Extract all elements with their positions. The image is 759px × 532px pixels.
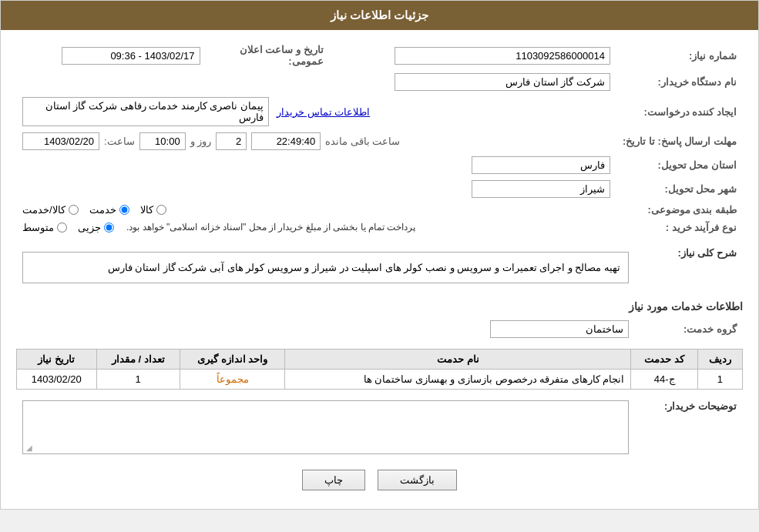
org-name-input: شرکت گاز استان فارس — [395, 73, 610, 91]
service-group-value: ساختمان — [16, 317, 635, 341]
deadline-remaining-input: 22:49:40 — [251, 132, 321, 150]
process-row: متوسط جزیی پرداخت تمام یا بخشی از مبلغ خ… — [16, 219, 616, 236]
col-row-num: ردیف — [697, 350, 742, 370]
cell-service-code: ج-44 — [631, 370, 698, 390]
cell-service-name: انجام کارهای متفرقه درخصوص بازسازی و بهس… — [285, 370, 631, 390]
creator-label: ایجاد کننده درخواست: — [616, 94, 743, 129]
back-button[interactable]: بازگشت — [378, 470, 457, 490]
deadline-days-input: 2 — [216, 132, 247, 150]
page-header: جزئیات اطلاعات نیاز — [1, 1, 758, 30]
col-service-name: نام حدمت — [285, 350, 631, 370]
org-name-label: نام دستگاه خریدار: — [616, 70, 743, 94]
announce-input: 1403/02/17 - 09:36 — [62, 47, 200, 65]
category-radio-khadamat[interactable]: خدمت — [89, 204, 129, 216]
table-row: 1 ج-44 انجام کارهای متفرقه درخصوص بازساز… — [17, 370, 743, 390]
cell-row-num: 1 — [697, 370, 742, 390]
category-radio-kala-khadamat[interactable]: کالا/خدمت — [22, 204, 79, 216]
process-radio-motavasset[interactable]: متوسط — [22, 222, 67, 233]
cell-quantity: 1 — [96, 370, 180, 390]
services-section-title: اطلاعات خدمات مورد نیاز — [16, 300, 743, 313]
cell-date: 1403/02/20 — [17, 370, 97, 390]
category-radio-kala[interactable]: کالا — [140, 204, 166, 216]
service-group-table: گروه خدمت: ساختمان — [16, 317, 743, 341]
creator-contact-link[interactable]: اطلاعات تماس خریدار — [277, 106, 370, 118]
description-label: شرح کلی نیاز: — [635, 244, 743, 291]
announce-value: 1403/02/17 - 09:36 — [16, 41, 207, 70]
col-quantity: تعداد / مقدار — [96, 350, 180, 370]
buyer-notes-label: توضیحات خریدار: — [635, 397, 743, 457]
process-label: نوع فرآیند خرید : — [616, 219, 743, 236]
announce-label: تاریخ و ساعت اعلان عمومی: — [207, 41, 330, 70]
city-label: شهر محل تحویل: — [616, 177, 743, 201]
description-text: تهیه مصالح و اجرای تعمیرات و سرویس و نصب… — [31, 259, 620, 276]
deadline-row: 1403/02/20 ساعت: 10:00 روز و 2 22:49:40 — [16, 129, 616, 153]
order-number-label: شماره نیاز: — [616, 41, 743, 70]
org-name-value: شرکت گاز استان فارس — [16, 70, 616, 94]
province-input: فارس — [472, 156, 610, 174]
creator-input: پیمان ناصری کارمند خدمات رفاهی شرکت گاز … — [22, 97, 269, 126]
creator-value: پیمان ناصری کارمند خدمات رفاهی شرکت گاز … — [16, 94, 616, 129]
deadline-time-label: ساعت: — [104, 136, 135, 147]
button-row: بازگشت چاپ — [16, 470, 743, 490]
print-button[interactable]: چاپ — [302, 470, 365, 490]
buyer-notes-cell: ◢ — [16, 397, 635, 457]
process-notice: پرداخت تمام یا بخشی از مبلغ خریدار از مح… — [126, 222, 415, 233]
description-section: شرح کلی نیاز: تهیه مصالح و اجرای تعمیرات… — [16, 244, 743, 291]
deadline-days-label: روز و — [190, 136, 212, 147]
order-number-input: 1103092586000014 — [395, 47, 610, 65]
deadline-label: مهلت ارسال پاسخ: تا تاریخ: — [616, 129, 743, 153]
service-group-label: گروه خدمت: — [635, 317, 743, 341]
deadline-date-input: 1403/02/20 — [22, 132, 99, 150]
province-label: استان محل تحویل: — [616, 153, 743, 177]
description-cell: تهیه مصالح و اجرای تعمیرات و سرویس و نصب… — [16, 244, 635, 291]
city-input: شیراز — [472, 180, 610, 198]
buyer-notes-box: ◢ — [22, 400, 629, 454]
deadline-time-input: 10:00 — [139, 132, 186, 150]
order-number-value: 1103092586000014 — [330, 41, 616, 70]
description-box: تهیه مصالح و اجرای تعمیرات و سرویس و نصب… — [22, 252, 629, 283]
city-value: شیراز — [16, 177, 616, 201]
province-value: فارس — [16, 153, 616, 177]
category-label: طبقه بندی موضوعی: — [616, 201, 743, 219]
buyer-notes-section: توضیحات خریدار: ◢ — [16, 397, 743, 457]
process-radio-jozii[interactable]: جزیی — [78, 222, 114, 233]
category-options: کالا/خدمت خدمت کالا — [16, 201, 616, 219]
services-table: ردیف کد حدمت نام حدمت واحد اندازه گیری ت… — [16, 349, 743, 390]
service-group-input: ساختمان — [490, 320, 629, 338]
resize-icon: ◢ — [26, 443, 32, 452]
deadline-remaining-label: ساعت باقی مانده — [325, 136, 400, 147]
main-form-table: شماره نیاز: 1103092586000014 تاریخ و ساع… — [16, 41, 743, 236]
col-unit: واحد اندازه گیری — [180, 350, 285, 370]
cell-unit: مجموعاً — [180, 370, 285, 390]
col-service-code: کد حدمت — [631, 350, 698, 370]
page-title: جزئیات اطلاعات نیاز — [331, 8, 428, 22]
col-date: تاریخ نیاز — [17, 350, 97, 370]
